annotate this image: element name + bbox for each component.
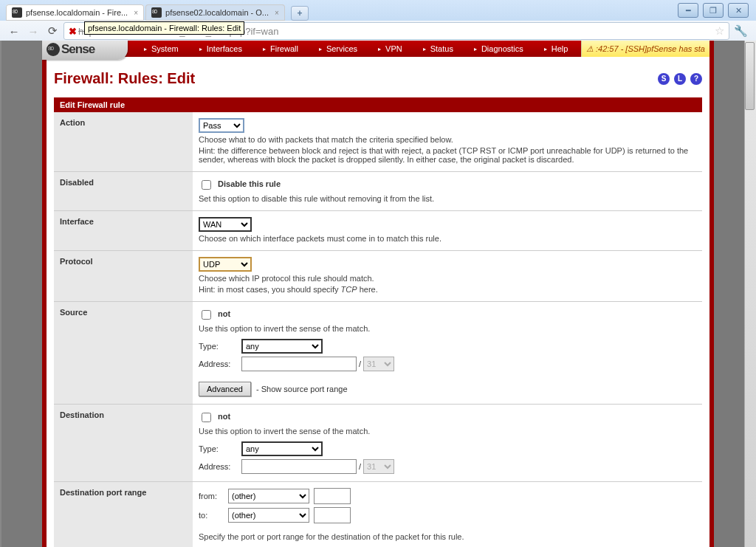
nav-label: Help: [551, 44, 568, 53]
label-protocol: Protocol: [54, 251, 193, 302]
tab-title: pfsense.localdomain - Fire...: [26, 8, 128, 17]
chevron-right-icon: ▸: [474, 46, 477, 52]
nav-services[interactable]: ▸Services: [309, 41, 368, 57]
favicon-icon: [151, 7, 162, 18]
source-advanced-text: - Show source port range: [256, 385, 348, 393]
browser-chrome: pfsense.localdomain - Fire... × pfsense0…: [0, 0, 756, 41]
source-not-checkbox[interactable]: [202, 310, 211, 320]
nav-status[interactable]: ▸Status: [413, 41, 464, 57]
favicon-icon: [12, 7, 22, 18]
destport-from-input[interactable]: [314, 488, 351, 504]
nav-label: Interfaces: [207, 44, 242, 53]
nav-firewall[interactable]: ▸Firewall: [252, 41, 309, 57]
nav-system[interactable]: ▸System: [134, 41, 189, 57]
destport-from-select[interactable]: (other): [228, 489, 309, 503]
destport-to-select[interactable]: (other): [228, 508, 309, 523]
protocol-desc1: Choose which IP protocol this rule shoul…: [199, 274, 696, 283]
chevron-right-icon: ▸: [544, 46, 547, 52]
label-interface: Interface: [54, 211, 193, 251]
chevron-right-icon: ▸: [378, 46, 381, 52]
source-not-desc: Use this option to invert the sense of t…: [199, 324, 696, 333]
help-icon-s[interactable]: S: [658, 73, 670, 85]
logo-text: Sense: [61, 42, 94, 57]
chevron-right-icon: ▸: [423, 46, 426, 52]
nav-label: Diagnostics: [481, 44, 523, 53]
reload-button[interactable]: ⟳: [44, 23, 61, 39]
page: Sense ▸System ▸Interfaces ▸Firewall ▸Ser…: [42, 41, 714, 547]
scrollbar-thumb[interactable]: [745, 42, 755, 110]
browser-tab-inactive[interactable]: pfsense02.localdomain - O... ×: [145, 4, 285, 21]
page-title: Firewall: Rules: Edit: [54, 70, 195, 87]
destination-type-select[interactable]: any: [241, 441, 323, 456]
tab-bar: pfsense.localdomain - Fire... × pfsense0…: [0, 0, 756, 21]
destport-to-label: to:: [199, 511, 228, 520]
chevron-right-icon: ▸: [144, 46, 147, 52]
browser-tab-active[interactable]: pfsense.localdomain - Fire... ×: [6, 4, 144, 21]
close-icon[interactable]: ×: [275, 9, 279, 17]
destport-from-label: from:: [199, 492, 228, 500]
disabled-desc: Set this option to disable this rule wit…: [199, 194, 696, 203]
source-addr-input[interactable]: [241, 357, 357, 371]
nav-label: System: [151, 44, 179, 53]
interface-desc: Choose on which interface packets must c…: [199, 234, 696, 243]
source-advanced-button[interactable]: Advanced: [199, 382, 251, 396]
protocol-select[interactable]: UDP: [199, 257, 252, 272]
logo[interactable]: Sense: [42, 41, 128, 60]
row-protocol: Protocol UDP Choose which IP protocol th…: [54, 251, 702, 302]
nav-vpn[interactable]: ▸VPN: [368, 41, 413, 57]
source-type-label: Type:: [199, 342, 241, 351]
help-icon-l[interactable]: L: [674, 73, 686, 85]
bookmark-icon[interactable]: ☆: [715, 24, 724, 38]
destport-desc: Specify the port or port range for the d…: [199, 532, 696, 541]
label-destport: Destination port range: [54, 482, 193, 548]
chevron-right-icon: ▸: [263, 46, 266, 52]
destination-mask-select[interactable]: 31: [363, 459, 394, 474]
destination-not-checkbox[interactable]: [202, 413, 211, 422]
row-disabled: Disabled Disable this rule Set this opti…: [54, 172, 702, 211]
close-button[interactable]: ✕: [728, 3, 749, 18]
source-addr-label: Address:: [199, 359, 241, 368]
row-action: Action Pass Choose what to do with packe…: [54, 112, 702, 172]
action-select[interactable]: Pass: [199, 118, 244, 133]
back-button[interactable]: ←: [6, 23, 22, 39]
destination-addr-label: Address:: [199, 462, 241, 471]
nav-label: Services: [326, 44, 357, 53]
source-type-select[interactable]: any: [241, 339, 323, 354]
disabled-check-label: Disable this rule: [218, 179, 281, 188]
help-icon-q[interactable]: ?: [690, 73, 702, 85]
destination-not-label: not: [218, 412, 230, 421]
content: Firewall: Rules: Edit S L ? Edit Firewal…: [47, 57, 709, 547]
interface-select[interactable]: WAN: [199, 217, 252, 232]
page-title-row: Firewall: Rules: Edit S L ?: [54, 70, 702, 87]
disabled-checkbox[interactable]: [202, 180, 211, 190]
destination-addr-input[interactable]: [241, 459, 357, 474]
label-source: Source: [54, 302, 193, 405]
nav-label: Firewall: [270, 44, 298, 53]
close-icon[interactable]: ×: [134, 9, 138, 17]
label-action: Action: [54, 112, 193, 172]
nav-diagnostics[interactable]: ▸Diagnostics: [464, 41, 534, 57]
row-destination: Destination not Use this option to inver…: [54, 405, 702, 482]
hint-suffix: here.: [357, 285, 378, 294]
logo-icon: [47, 43, 60, 56]
source-mask-select[interactable]: 31: [363, 357, 394, 371]
warning-icon: ⚠: [586, 44, 594, 54]
slash: /: [359, 462, 361, 471]
maximize-button[interactable]: ❐: [703, 3, 724, 18]
destport-to-input[interactable]: [314, 507, 351, 523]
slash: /: [359, 359, 361, 368]
alert-banner[interactable]: ⚠ :42:57 - [SSH]pfSense has sta: [581, 41, 709, 57]
label-disabled: Disabled: [54, 172, 193, 211]
settings-icon[interactable]: 🔧: [734, 24, 750, 38]
minimize-button[interactable]: ━: [678, 3, 698, 18]
label-destination: Destination: [54, 405, 193, 482]
row-interface: Interface WAN Choose on which interface …: [54, 211, 702, 251]
alert-text: :42:57 - [SSH]pfSense has sta: [596, 44, 705, 53]
new-tab-button[interactable]: +: [291, 6, 309, 21]
nav-help[interactable]: ▸Help: [534, 41, 579, 57]
tab-tooltip: pfsense.localdomain - Firewall: Rules: E…: [84, 21, 244, 35]
hint-tcp: TCP: [341, 285, 357, 294]
forward-button[interactable]: →: [25, 23, 41, 39]
action-desc: Choose what to do with packets that matc…: [199, 135, 696, 144]
nav-interfaces[interactable]: ▸Interfaces: [189, 41, 252, 57]
